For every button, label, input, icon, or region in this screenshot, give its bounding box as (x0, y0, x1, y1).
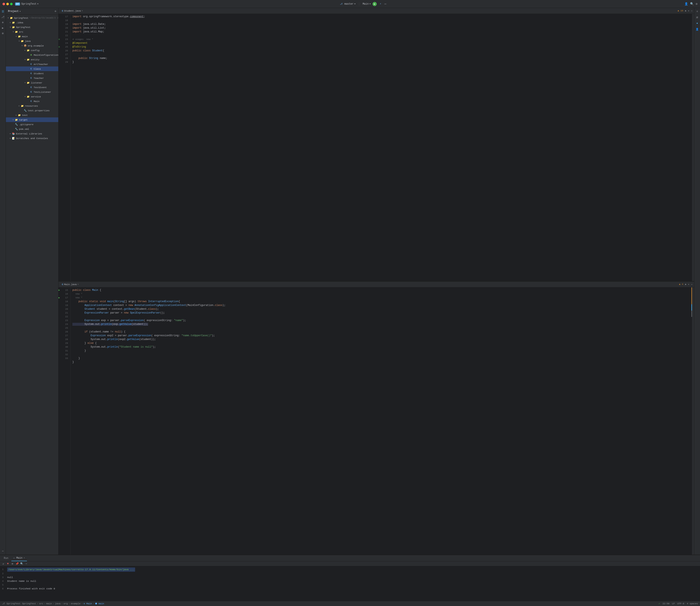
tree-item-class[interactable]: ▸ C Class (6, 67, 58, 71)
run-tab[interactable]: Run (2, 555, 10, 561)
more-run-button[interactable]: ⋯ (24, 562, 28, 566)
tree-item-artteacher[interactable]: ▸ C ArtTeacher (6, 62, 58, 67)
git-status-icon: ✓ (658, 602, 660, 605)
breadcrumb-item-main-method[interactable]: ⬟ main (95, 602, 104, 605)
more-options-button[interactable]: ⋯ (384, 2, 387, 6)
tree-label: SpringTest (14, 17, 28, 19)
tree-item-scratches[interactable]: ▸ 📝 Scratches and Consoles (6, 136, 58, 141)
expand-icon[interactable]: ▾ (688, 9, 690, 12)
tree-item-external-libraries[interactable]: ▸ 📚 External Libraries (6, 131, 58, 136)
sidebar-item-search[interactable]: ⊕ (1, 20, 5, 25)
close-button[interactable] (2, 3, 5, 5)
tree-item-teacher[interactable]: ▸ C Teacher (6, 76, 58, 80)
lower-scrollbar[interactable] (692, 287, 694, 555)
tree-item-testevent[interactable]: ▸ C TestEvent (6, 85, 58, 90)
tree-item-main[interactable]: ▾ 📁 main (6, 34, 58, 39)
student-tab[interactable]: C Student.java × (60, 8, 85, 14)
upper-code-content[interactable]: import org.springframework.stereotype.co… (71, 14, 689, 281)
tab-close-button[interactable]: × (81, 10, 83, 12)
lower-gutter: ▶ ▶ (59, 287, 62, 555)
breadcrumb-item-example[interactable]: example (71, 602, 80, 605)
lower-code-content[interactable]: public class Main { new * new * public s… (71, 287, 689, 555)
rerun-button[interactable]: ↺ (1, 562, 5, 566)
restore-button[interactable]: ⊞ (10, 562, 14, 566)
run-button[interactable]: ▶ (373, 2, 377, 6)
expand-icon[interactable]: ▾ (688, 283, 690, 286)
editor-more-icon[interactable]: ⋯ (691, 9, 693, 12)
tree-item-student[interactable]: ▸ C Student (6, 71, 58, 76)
sidebar-item-plugins[interactable]: ⊞ (1, 31, 5, 36)
tree-item-listener[interactable]: ▾ 📁 listener (6, 80, 58, 85)
pin-button[interactable]: 📌 (15, 562, 19, 566)
tab-close-button[interactable]: × (77, 283, 78, 285)
terminal-output: Process finished with exit code 0 (7, 587, 55, 591)
tree-item-springtest[interactable]: ▾ 📁 SpringTest (6, 25, 58, 29)
tree-item-idea[interactable]: ▸ 📁 .idea (6, 20, 58, 25)
breadcrumb-item-src[interactable]: src (39, 602, 43, 605)
collapse-icon[interactable]: ▲ (685, 9, 686, 12)
upper-scrollbar[interactable] (692, 14, 694, 281)
breadcrumb-item-springtest[interactable]: SpringTest (22, 602, 36, 605)
tree-item-springtest-root[interactable]: ▾ 📁 SpringTest ~/Desktop/CS/JavaEE/2 Jav… (6, 16, 58, 20)
minimize-button[interactable] (6, 3, 9, 5)
tree-item-target[interactable]: ▸ 📁 target (6, 117, 58, 122)
main-tab-close[interactable]: × (24, 557, 25, 559)
tree-item-testlistener[interactable]: ▸ C TestListener (6, 90, 58, 94)
main-run-tab[interactable]: ▭ Main × (11, 555, 27, 561)
upper-code-area[interactable]: ⊙ ⊙ 17 18 19 20 21 22 (59, 14, 694, 281)
tree-label: TestEvent (34, 86, 47, 89)
tree-item-service[interactable]: ▾ 📁 service (6, 94, 58, 99)
branch-icon: ⎇ (340, 2, 343, 5)
tree-label: Teacher (34, 77, 44, 79)
breadcrumb-item-org[interactable]: org (64, 602, 68, 605)
encoding[interactable]: UTF-8 (677, 602, 684, 605)
breadcrumb-item-main-class[interactable]: ⊙ Main (84, 602, 92, 605)
panel-gear-icon[interactable]: ⚙ (55, 10, 56, 13)
tree-item-resources[interactable]: ▸ 📁 resources (6, 103, 58, 108)
git-branch[interactable]: SpringTest (6, 602, 20, 605)
tree-item-java[interactable]: ▾ 📁 java (6, 39, 58, 43)
stop-button[interactable]: ■ (6, 562, 10, 566)
editor-more-icon[interactable]: ⋯ (691, 283, 693, 286)
lower-code-area[interactable]: ▶ ▶ (59, 287, 694, 555)
profile-icon[interactable]: 👤 (684, 2, 688, 6)
search-icon[interactable]: 🔍 (690, 2, 694, 6)
project-selector[interactable]: SpringTest ▾ (21, 2, 39, 5)
breadcrumb-item-main[interactable]: main (46, 602, 52, 605)
project-name: SpringTest (21, 2, 37, 5)
tree-item-main-service[interactable]: ▸ C Main (6, 99, 58, 103)
tree-item-mainconfiguration[interactable]: ▸ ☘ MainConfiguration (6, 53, 58, 57)
right-icon-circle[interactable]: ● (695, 21, 700, 26)
line-sep[interactable]: LF (672, 602, 675, 605)
settings-icon[interactable]: ⚙ (696, 2, 698, 6)
indent[interactable]: 4 spaces (687, 602, 698, 605)
tree-item-entity[interactable]: ▾ 📁 entity (6, 57, 58, 62)
sidebar-item-run[interactable]: ▶ (1, 26, 5, 30)
tree-item-testprops[interactable]: ▸ 🔧 test.properties (6, 108, 58, 113)
folder-icon: 📁 (26, 81, 30, 85)
maximize-button[interactable] (10, 3, 13, 5)
main-tab[interactable]: C Main.java × (60, 282, 80, 287)
tree-item-test[interactable]: ▸ 📁 test (6, 113, 58, 117)
tree-item-org-example[interactable]: ▾ 📦 org.example (6, 43, 58, 48)
tree-item-pomxml[interactable]: ▸ 🔧 pom.xml (6, 127, 58, 131)
right-icon-m[interactable]: m (695, 15, 700, 20)
breadcrumb-sep: › (61, 602, 63, 605)
tree-item-gitignore[interactable]: ▸ 🔧 .gitignore (6, 122, 58, 127)
search-run-button[interactable]: 🔍 (20, 562, 24, 566)
run-config-selector[interactable]: Main ▾ (363, 2, 371, 5)
tree-item-config[interactable]: ▸ 📁 config (6, 48, 58, 53)
build-button[interactable]: ⚡ (378, 2, 382, 6)
tree-arrow: ▾ (21, 44, 24, 47)
tree-container[interactable]: ▾ 📁 SpringTest ~/Desktop/CS/JavaEE/2 Jav… (6, 15, 58, 555)
sidebar-item-more[interactable]: ⋯ (1, 549, 5, 553)
terminal-line-5: 5 (2, 583, 698, 587)
tree-item-src[interactable]: ▾ 📁 src (6, 29, 58, 34)
branch-selector[interactable]: master ▾ (344, 2, 355, 5)
breadcrumb-item-java[interactable]: java (55, 602, 61, 605)
collapse-icon[interactable]: ▲ (685, 283, 686, 286)
right-icon-person[interactable]: 👤 (695, 27, 700, 31)
right-icon-lines[interactable]: ≡ (695, 9, 700, 14)
sidebar-item-project[interactable]: ☰ (1, 9, 5, 14)
sidebar-item-commit[interactable]: ⎇ (1, 15, 5, 19)
